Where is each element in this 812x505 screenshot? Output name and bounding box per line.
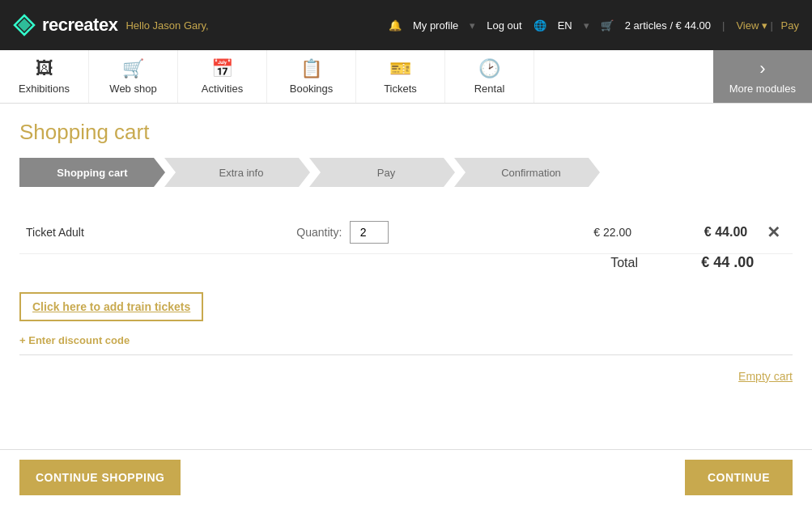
unit-price-cell: € 22.00: [483, 211, 638, 254]
train-ticket-section: Click here to add train tickets: [19, 279, 793, 328]
quantity-input-wrapper: [350, 226, 389, 239]
divider: |: [722, 19, 725, 32]
step-extra-label: Extra info: [219, 167, 264, 179]
language-selector[interactable]: EN: [558, 19, 572, 32]
empty-cart-section: Empty cart: [19, 363, 793, 389]
pay-link[interactable]: Pay: [781, 19, 799, 32]
nav-bookings-label: Bookings: [290, 83, 333, 95]
item-total-price: € 44.00: [704, 225, 747, 239]
cart-links: View ▾ | Pay: [736, 19, 799, 32]
total-label-cell: Total: [483, 254, 638, 272]
remove-item-button[interactable]: ✕: [767, 223, 780, 242]
main-content: Shopping cart Shopping cart Extra info P…: [0, 104, 812, 500]
nav-activities[interactable]: 📅 Activities: [178, 50, 267, 103]
logo-icon: [13, 14, 36, 36]
total-price-cell: € 44.00: [638, 211, 754, 254]
webshop-icon: 🛒: [122, 58, 144, 79]
table-row: Ticket Adult Quantity: € 22.00 € 44.00 ✕: [19, 211, 793, 254]
total-row: Total € 44 .00: [19, 254, 793, 272]
quantity-input[interactable]: [350, 221, 389, 244]
quantity-label: Quantity:: [296, 226, 342, 239]
step-extra: Extra info: [164, 158, 310, 187]
exhibitions-icon: 🖼: [36, 58, 53, 79]
nav-tickets-label: Tickets: [384, 83, 417, 95]
page-title: Shopping cart: [19, 120, 793, 145]
language-icon: 🌐: [534, 19, 546, 32]
greeting-text: Hello Jason Gary,: [125, 19, 208, 32]
logo-text: recreatex: [42, 15, 117, 36]
discount-plus-icon: +: [19, 334, 28, 346]
nav-webshop-label: Web shop: [109, 83, 156, 95]
unit-price: € 22.00: [593, 226, 631, 239]
notification-icon[interactable]: 🔔: [389, 19, 402, 32]
quantity-cell: Quantity:: [290, 211, 483, 254]
nav-tickets[interactable]: 🎫 Tickets: [356, 50, 445, 103]
footer-bar: CONTINUE SHOPPING CONTINUE: [0, 449, 812, 505]
step-cart-label: Shopping cart: [57, 167, 127, 179]
total-spacer: [19, 254, 483, 272]
cart-table: Ticket Adult Quantity: € 22.00 € 44.00 ✕: [19, 211, 793, 271]
empty-cart-link[interactable]: Empty cart: [738, 370, 793, 383]
discount-code-toggle[interactable]: + Enter discount code: [19, 334, 793, 346]
discount-label: Enter discount code: [28, 334, 130, 346]
cart-divider: [19, 354, 793, 355]
logo[interactable]: recreatex: [13, 14, 117, 36]
logout-link[interactable]: Log out: [487, 19, 521, 32]
step-confirmation: Confirmation: [454, 158, 600, 187]
tickets-icon: 🎫: [389, 58, 411, 79]
nav-rental[interactable]: 🕑 Rental: [445, 50, 534, 103]
bookings-icon: 📋: [300, 58, 322, 79]
nav-bar: 🖼 Exhibitions 🛒 Web shop 📅 Activities 📋 …: [0, 50, 812, 104]
nav-more-label: More modules: [729, 83, 796, 95]
nav-exhibitions-label: Exhibitions: [19, 83, 70, 95]
header: recreatex Hello Jason Gary, 🔔 My profile…: [0, 0, 812, 50]
cart-icon: 🛒: [601, 19, 614, 32]
more-modules-icon: ›: [759, 58, 765, 79]
discount-section: + Enter discount code: [19, 334, 793, 346]
total-empty: [754, 254, 793, 272]
my-profile-link[interactable]: My profile: [413, 19, 458, 32]
remove-cell: ✕: [754, 211, 793, 254]
nav-activities-label: Activities: [202, 83, 243, 95]
item-name-cell: Ticket Adult: [19, 211, 290, 254]
nav-webshop[interactable]: 🛒 Web shop: [89, 50, 178, 103]
activities-icon: 📅: [211, 58, 233, 79]
step-pay: Pay: [309, 158, 455, 187]
step-cart: Shopping cart: [19, 158, 165, 187]
step-pay-label: Pay: [377, 167, 395, 179]
nav-rental-label: Rental: [474, 83, 505, 95]
header-actions: 🔔 My profile ▾ Log out 🌐 EN ▾ 🛒 2 articl…: [389, 19, 799, 32]
step-confirmation-label: Confirmation: [501, 167, 561, 179]
total-amount-cell: € 44 .00: [638, 254, 754, 272]
view-link[interactable]: View: [736, 19, 759, 32]
item-name: Ticket Adult: [26, 226, 84, 239]
train-ticket-link[interactable]: Click here to add train tickets: [19, 292, 203, 321]
total-label: Total: [610, 256, 638, 269]
continue-shopping-button[interactable]: CONTINUE SHOPPING: [19, 460, 181, 495]
total-amount: € 44 .00: [701, 254, 754, 270]
rental-icon: 🕑: [478, 58, 500, 79]
nav-more-modules[interactable]: › More modules: [713, 50, 812, 103]
nav-bookings[interactable]: 📋 Bookings: [267, 50, 356, 103]
checkout-steps: Shopping cart Extra info Pay Confirmatio…: [19, 158, 793, 187]
continue-button[interactable]: CONTINUE: [685, 460, 793, 495]
cart-count: 2 articles / € 44.00: [625, 19, 711, 32]
nav-exhibitions[interactable]: 🖼 Exhibitions: [0, 50, 89, 103]
